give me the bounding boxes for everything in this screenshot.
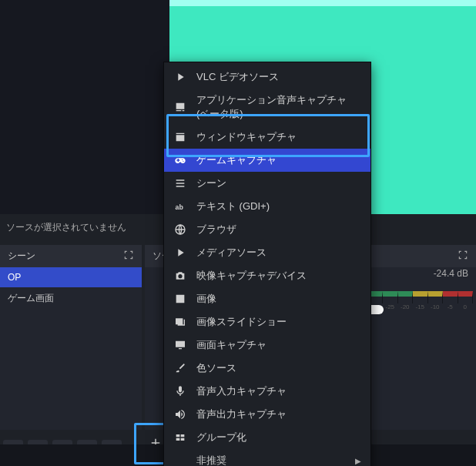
menu-item-label: 画面キャプチャ: [196, 338, 361, 352]
menu-item-0[interactable]: VLC ビデオソース: [164, 65, 370, 89]
scene-panel-title: シーン: [8, 250, 35, 263]
play-icon: [173, 246, 187, 260]
submenu-arrow-icon: ▶: [355, 457, 361, 465]
menu-item-label: ブラウザ: [196, 223, 361, 236]
none-icon: [173, 454, 187, 466]
menu-item-5[interactable]: abテキスト (GDI+): [164, 195, 370, 218]
app-audio-icon: [173, 100, 187, 114]
popout-icon[interactable]: [123, 250, 134, 263]
image-icon: [173, 292, 187, 306]
meter-tick: -15: [413, 291, 428, 303]
menu-item-label: 音声出力キャプチャ: [196, 407, 361, 421]
menu-item-15[interactable]: グループ化: [164, 426, 370, 449]
mic-icon: [173, 384, 187, 398]
brush-icon: [173, 361, 187, 375]
menu-item-label: メディアソース: [196, 246, 361, 260]
meter-tick: -25: [383, 291, 398, 303]
meter-tick: -20: [398, 291, 414, 303]
camera-icon: [173, 269, 187, 283]
menu-item-10[interactable]: 画像スライドショー: [164, 310, 370, 334]
speaker-icon: [173, 407, 187, 421]
menu-item-8[interactable]: 映像キャプチャデバイス: [164, 264, 370, 287]
menu-item-3[interactable]: ゲームキャプチャ: [164, 149, 370, 172]
popout-icon[interactable]: [458, 250, 468, 263]
menu-item-label: 画像スライドショー: [196, 315, 361, 329]
menu-item-label: アプリケーション音声キャプチャ (ベータ版): [196, 93, 361, 121]
menu-item-label: 音声入力キャプチャ: [196, 384, 361, 398]
text-icon: ab: [173, 199, 187, 213]
gamepad-icon: [173, 153, 187, 167]
mixer-db-value: -24.4 dB: [434, 268, 468, 279]
slideshow-icon: [173, 315, 187, 329]
menu-item-16[interactable]: 非推奨▶: [164, 449, 370, 466]
menu-item-2[interactable]: ウィンドウキャプチャ: [164, 126, 370, 149]
menu-item-6[interactable]: ブラウザ: [164, 218, 370, 241]
play-icon: [173, 70, 187, 84]
menu-item-14[interactable]: 音声出力キャプチャ: [164, 403, 370, 426]
globe-icon: [173, 223, 187, 236]
menu-item-label: ウィンドウキャプチャ: [196, 130, 361, 144]
menu-item-12[interactable]: 色ソース: [164, 357, 370, 380]
meter-tick: 0: [458, 291, 474, 303]
menu-item-9[interactable]: 画像: [164, 287, 370, 310]
menu-item-1[interactable]: アプリケーション音声キャプチャ (ベータ版): [164, 89, 370, 126]
scene-item-op[interactable]: OP: [0, 267, 142, 287]
scene-panel-header: シーン: [0, 245, 142, 267]
menu-item-label: シーン: [196, 176, 361, 190]
menu-item-label: VLC ビデオソース: [196, 70, 361, 84]
menu-item-label: 非推奨: [196, 454, 346, 466]
scene-item-game[interactable]: ゲーム画面: [0, 287, 142, 310]
menu-item-4[interactable]: シーン: [164, 172, 370, 195]
window-icon: [173, 130, 187, 144]
menu-item-label: テキスト (GDI+): [196, 199, 361, 213]
menu-item-7[interactable]: メディアソース: [164, 241, 370, 264]
menu-item-label: 色ソース: [196, 361, 361, 375]
scene-icon: [173, 176, 187, 190]
monitor-icon: [173, 338, 187, 352]
meter-tick: -10: [428, 291, 444, 303]
menu-item-13[interactable]: 音声入力キャプチャ: [164, 380, 370, 403]
scene-panel: シーン OP ゲーム画面: [0, 245, 142, 430]
no-source-label: ソースが選択されていません: [6, 221, 126, 234]
menu-item-label: グループ化: [196, 431, 361, 444]
add-source-context-menu: VLC ビデオソースアプリケーション音声キャプチャ (ベータ版)ウィンドウキャプ…: [163, 62, 371, 466]
svg-text:ab: ab: [176, 203, 184, 211]
menu-item-label: ゲームキャプチャ: [196, 153, 361, 167]
meter-tick: -5: [443, 291, 458, 303]
menu-item-label: 映像キャプチャデバイス: [196, 269, 361, 283]
group-icon: [173, 431, 187, 444]
scene-list: OP ゲーム画面: [0, 267, 142, 430]
menu-item-label: 画像: [196, 292, 361, 306]
menu-item-11[interactable]: 画面キャプチャ: [164, 334, 370, 357]
